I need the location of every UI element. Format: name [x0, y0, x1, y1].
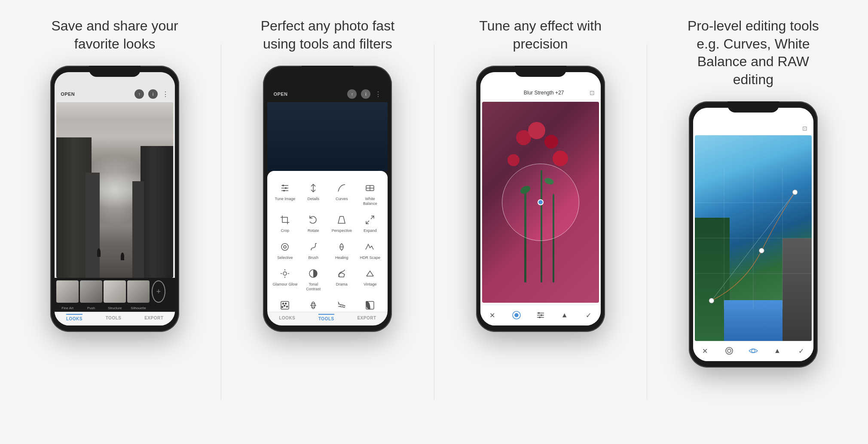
stack-icon-4[interactable]: ▲ [771, 345, 783, 357]
details-icon [306, 181, 320, 195]
tool-drama[interactable]: Drama [327, 263, 356, 295]
nav-looks-2[interactable]: LOOKS [279, 316, 295, 321]
nav-tools-1[interactable]: TOOLS [106, 316, 122, 321]
tool-expand[interactable]: Expand [356, 210, 384, 237]
glamour-icon [278, 267, 292, 280]
expand-label: Expand [364, 228, 377, 233]
svg-point-38 [539, 316, 541, 318]
phone3-bottombar: ✕ [480, 304, 601, 325]
tune-icon-3[interactable] [535, 309, 547, 321]
cancel-icon-4[interactable]: ✕ [699, 345, 711, 357]
phone2-tools-panel: Tune Image Details Curves [267, 171, 388, 312]
tool-white-balance[interactable]: White Balance [356, 178, 384, 210]
svg-point-12 [284, 246, 286, 248]
phone3-flower-image [482, 102, 599, 303]
panel-4-title: Pro-level editing tools e.g. Curves, Whi… [676, 17, 831, 88]
glamour-label: Glamour Glow [273, 282, 298, 287]
figure-2 [121, 252, 124, 260]
tool-tune-image[interactable]: Tune Image [271, 178, 299, 210]
svg-point-24 [285, 303, 287, 304]
phone1-filmstrip: + [55, 278, 175, 305]
svg-point-25 [284, 305, 285, 306]
tool-crop[interactable]: Crop [271, 210, 299, 237]
nav-export-1[interactable]: EXPORT [144, 316, 163, 321]
curve-handle-mid[interactable] [759, 248, 764, 253]
tool-grain[interactable]: Grainy Film [271, 295, 299, 312]
share-icon-2[interactable]: ↑ [347, 89, 357, 99]
tool-rotate[interactable]: Rotate [299, 210, 327, 237]
selective-label: Selective [277, 255, 293, 260]
svg-point-15 [283, 272, 287, 275]
eye-icon-4[interactable] [747, 345, 759, 357]
tool-brush[interactable]: Brush [299, 237, 327, 264]
phone1-top-icons: ↑ i ⋮ [134, 89, 169, 99]
tool-grunge[interactable]: Grunge [327, 295, 356, 312]
split-view-icon[interactable]: ⊡ [590, 89, 595, 96]
tool-selective[interactable]: Selective [271, 237, 299, 264]
stack-icon-3[interactable]: ▲ [559, 309, 571, 321]
filmstrip-item-3[interactable] [104, 280, 126, 303]
tool-glamour[interactable]: Glamour Glow [271, 263, 299, 295]
rotate-label: Rotate [308, 228, 319, 233]
tool-tonal[interactable]: Tonal Contrast [299, 263, 327, 295]
select-icon-3[interactable] [510, 309, 523, 321]
crop-label: Crop [281, 228, 290, 233]
building-center-right [132, 181, 144, 278]
vintage-icon [363, 267, 377, 280]
filmstrip-label-4: Silhouette [127, 306, 150, 310]
grunge-icon [335, 298, 348, 312]
more-icon-2[interactable]: ⋮ [375, 90, 382, 98]
tool-vintage[interactable]: Vintage [356, 263, 384, 295]
filmstrip-item-1[interactable] [56, 280, 79, 303]
circle-tool-icon-4[interactable] [723, 345, 735, 357]
white-balance-label: White Balance [358, 197, 382, 206]
tools-grid: Tune Image Details Curves [269, 178, 386, 312]
expand-icon [363, 213, 377, 227]
phone-1-notch [89, 66, 141, 77]
healing-icon [335, 240, 348, 254]
radial-handle[interactable] [538, 199, 544, 205]
perspective-icon [335, 213, 348, 227]
split-view-icon-4[interactable]: ⊡ [802, 125, 807, 132]
tool-retrolux[interactable]: Retrolux [299, 295, 327, 312]
filmstrip-item-4[interactable] [127, 280, 150, 303]
curve-handle-top[interactable] [792, 190, 798, 195]
tool-bw[interactable]: Black & White [356, 295, 384, 312]
open-label-2[interactable]: OPEN [273, 91, 287, 97]
svg-point-47 [727, 349, 731, 353]
filmstrip-item-2[interactable] [80, 280, 102, 303]
share-icon[interactable]: ↑ [134, 89, 144, 99]
retrolux-icon [306, 298, 320, 312]
curves-icon [335, 181, 348, 195]
phone-2-notch [302, 66, 353, 77]
svg-point-36 [538, 312, 540, 314]
panel-4: Pro-level editing tools e.g. Curves, Whi… [647, 0, 859, 444]
perspective-label: Perspective [332, 228, 352, 233]
white-balance-icon [363, 181, 377, 195]
nav-tools-2[interactable]: TOOLS [318, 314, 334, 321]
tool-details[interactable]: Details [299, 178, 327, 210]
nav-looks-1[interactable]: LOOKS [66, 314, 83, 321]
svg-point-26 [287, 306, 288, 307]
details-label: Details [308, 197, 320, 201]
more-icon[interactable]: ⋮ [162, 90, 169, 98]
hdr-icon [363, 240, 377, 254]
phone-4-notch [727, 101, 779, 113]
confirm-icon-4[interactable]: ✓ [795, 345, 807, 357]
info-icon[interactable]: i [148, 89, 158, 99]
filmstrip-add[interactable]: + [152, 280, 165, 303]
crop-icon [278, 213, 292, 227]
tool-healing[interactable]: Healing [327, 237, 356, 264]
nav-export-2[interactable]: EXPORT [357, 316, 376, 321]
confirm-icon-3[interactable]: ✓ [583, 309, 595, 321]
open-label[interactable]: OPEN [61, 91, 75, 97]
cancel-icon-3[interactable]: ✕ [486, 309, 498, 321]
tool-perspective[interactable]: Perspective [327, 210, 356, 237]
tool-hdr[interactable]: HDR Scape [356, 237, 384, 264]
rotate-icon [306, 213, 320, 227]
tool-curves[interactable]: Curves [327, 178, 356, 210]
info-icon-2[interactable]: i [361, 89, 370, 99]
curve-handle-bottom[interactable] [709, 298, 714, 304]
curves-grid-svg [695, 135, 812, 341]
svg-line-9 [371, 216, 374, 219]
